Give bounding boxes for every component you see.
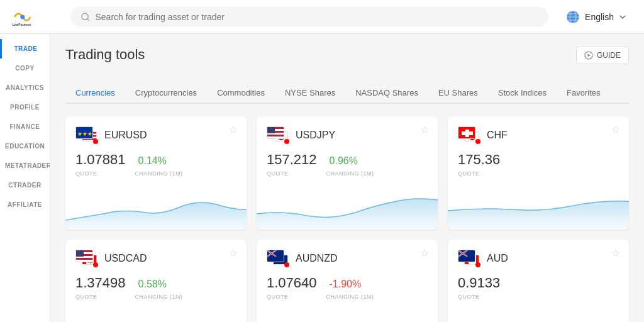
price-labels: QUOTE [458,170,619,177]
flag-pair [458,126,480,144]
favorite-icon[interactable]: ☆ [229,247,238,259]
flag-au2 [458,250,475,262]
flag-eu: ★★★ [75,126,93,139]
card-eurusd[interactable]: ★★★ EURUSD ☆ [65,116,247,230]
price-value: 1.07881 [75,152,126,168]
sidebar-item-education[interactable]: EDUCATION [0,136,50,156]
price-row: 1.07881 0.14% [75,152,236,168]
asset-name: USDJPY [296,130,335,141]
svg-rect-22 [267,127,275,133]
favorite-icon[interactable]: ☆ [611,124,620,136]
svg-marker-10 [587,54,591,57]
page-title: Trading tools [65,47,145,63]
logo: LiteFinance [10,6,60,28]
sidebar-item-metatrader[interactable]: METATRADER [0,156,50,175]
favorite-icon[interactable]: ☆ [611,247,620,259]
sidebar-item-trade[interactable]: TRADE [0,39,50,58]
price-value: 1.37498 [75,275,126,291]
content-area: Trading tools GUIDE Currencies Cryptocur… [50,34,644,322]
svg-point-1 [20,14,25,19]
card-header: ★★★ EURUSD [75,126,236,144]
asset-name: CHF [487,130,508,141]
price-row: 0.9133 [458,275,619,291]
sidebar-item-affiliate[interactable]: AFFILIATE [0,195,50,214]
asset-name: AUDNZD [296,253,338,264]
tab-commodities[interactable]: Commodities [207,83,275,104]
favorite-icon[interactable]: ☆ [420,247,429,259]
asset-cards-grid: ★★★ EURUSD ☆ [65,116,629,322]
flag-pair: 🍁 [75,250,98,267]
svg-rect-27 [462,131,473,135]
chevron-down-icon [619,13,626,21]
mini-chart [448,186,629,230]
card-aud[interactable]: AUD ☆ 0.9133 QUOTE [448,240,629,322]
sidebar-item-ctrader[interactable]: CTRADER [0,175,50,195]
price-value: 175.36 [458,152,500,168]
search-input[interactable] [95,12,538,22]
flag-nz [267,250,284,262]
header: LiteFinance English [0,0,644,34]
card-usdjpy[interactable]: USDJPY ☆ 157.212 0.96% QUOTE CHANGING (1… [257,116,438,230]
price-row: 175.36 [458,152,619,168]
card-header: AUD [458,250,619,267]
lang-label: English [585,12,614,22]
svg-rect-34 [76,250,84,257]
mini-chart [448,309,629,322]
price-change: 0.96% [330,155,358,167]
tab-cryptocurrencies[interactable]: Cryptocurrencies [125,83,207,104]
sidebar: TRADE COPY ANALYTICS PROFILE FINANCE EDU… [0,34,50,322]
price-row: 157.212 0.96% [267,152,428,168]
card-header: AUDNZD [267,250,428,267]
flag-pair [267,250,289,267]
price-value: 1.07640 [267,275,317,291]
sidebar-item-finance[interactable]: FINANCE [0,117,50,136]
search-bar[interactable] [70,7,548,27]
flag-pair [267,126,289,144]
mini-chart [65,309,247,322]
price-change: 0.14% [138,155,167,167]
price-labels: QUOTE [458,294,619,300]
card-header: 🍁 USDCAD [75,250,236,267]
card-header: USDJPY [267,126,428,144]
tab-eu-shares[interactable]: EU Shares [428,83,488,104]
flag-us [267,126,284,139]
price-change: -1.90% [330,279,362,290]
price-row: 1.37498 0.58% [75,275,236,291]
search-icon [80,12,90,22]
asset-name: AUD [487,253,508,264]
svg-point-3 [82,13,88,19]
price-labels: QUOTE CHANGING (1M) [75,170,236,177]
price-labels: QUOTE CHANGING (1M) [267,170,428,177]
card-usdcad[interactable]: 🍁 USDCAD ☆ 1.37498 0.58% QUOTE CHANGING … [65,240,247,322]
favorite-icon[interactable]: ☆ [229,124,238,136]
guide-button[interactable]: GUIDE [576,47,629,64]
flag-us2 [75,250,93,262]
price-change: 0.58% [138,279,167,290]
main-layout: TRADE COPY ANALYTICS PROFILE FINANCE EDU… [0,34,644,322]
card-audnzd[interactable]: AUDNZD ☆ 1.07640 -1.90% QUOTE CHANGING (… [257,240,438,322]
tab-nyse-shares[interactable]: NYSE Shares [275,83,345,104]
tab-nasdaq-shares[interactable]: NASDAQ Shares [345,83,428,104]
price-value: 157.212 [267,152,317,168]
price-value: 0.9133 [458,275,500,291]
svg-rect-33 [76,258,93,260]
tab-favorites[interactable]: Favorites [557,83,610,104]
sidebar-item-analytics[interactable]: ANALYTICS [0,78,50,97]
flag-pair [458,250,480,267]
mini-chart [257,186,438,230]
svg-rect-21 [267,135,284,136]
sidebar-item-profile[interactable]: PROFILE [0,97,50,117]
tab-currencies[interactable]: Currencies [65,83,125,104]
sidebar-item-copy[interactable]: COPY [0,58,50,78]
tabs-row: Currencies Cryptocurrencies Commodities … [65,83,629,104]
globe-icon [566,10,580,24]
svg-text:★★★: ★★★ [77,131,92,137]
tab-stock-indices[interactable]: Stock Indices [488,83,557,104]
card-chf[interactable]: CHF ☆ 175.36 QUOTE [448,116,629,230]
language-selector[interactable]: English [558,6,634,28]
svg-text:LiteFinance: LiteFinance [13,23,31,26]
flag-ch [458,126,475,139]
favorite-icon[interactable]: ☆ [420,124,429,136]
play-circle-icon [584,51,593,60]
mini-chart [257,309,438,322]
